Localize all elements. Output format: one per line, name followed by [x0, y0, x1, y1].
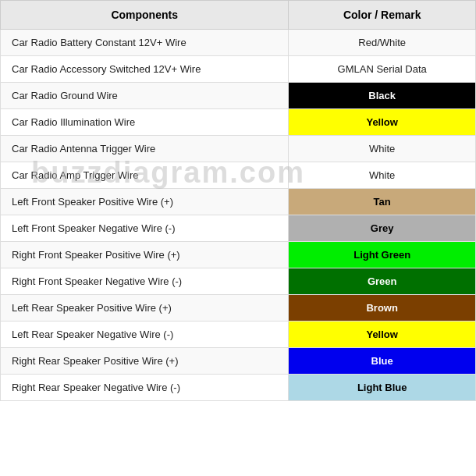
table-row: Right Rear Speaker Positive Wire (+)Blue [1, 348, 476, 375]
color-cell: Black [289, 83, 476, 109]
table-row: Car Radio Illumination WireYellow [1, 109, 476, 136]
component-cell: Left Front Speaker Negative Wire (-) [1, 215, 289, 242]
table-row: Car Radio Amp Trigger WireWhite [1, 162, 476, 189]
table-body: Car Radio Battery Constant 12V+ WireRed/… [1, 30, 476, 401]
table-row: Left Front Speaker Positive Wire (+)Tan [1, 189, 476, 215]
component-cell: Car Radio Amp Trigger Wire [1, 162, 289, 189]
color-cell: Yellow [289, 321, 476, 348]
component-cell: Right Rear Speaker Negative Wire (-) [1, 375, 289, 401]
color-cell: Yellow [289, 109, 476, 136]
color-cell: Tan [289, 189, 476, 215]
component-cell: Car Radio Accessory Switched 12V+ Wire [1, 56, 289, 83]
table-header-row: Components Color / Remark [1, 1, 476, 30]
table-row: Car Radio Battery Constant 12V+ WireRed/… [1, 30, 476, 56]
table-row: Car Radio Antenna Trigger WireWhite [1, 136, 476, 162]
table-row: Right Front Speaker Negative Wire (-)Gre… [1, 268, 476, 295]
color-cell: Light Blue [289, 375, 476, 401]
component-cell: Car Radio Ground Wire [1, 83, 289, 109]
color-cell: Light Green [289, 242, 476, 268]
table-row: Left Front Speaker Negative Wire (-)Grey [1, 215, 476, 242]
component-cell: Left Rear Speaker Positive Wire (+) [1, 295, 289, 321]
table-row: Car Radio Ground WireBlack [1, 83, 476, 109]
table-row: Left Rear Speaker Negative Wire (-)Yello… [1, 321, 476, 348]
component-cell: Right Front Speaker Negative Wire (-) [1, 268, 289, 295]
color-cell: Brown [289, 295, 476, 321]
component-cell: Car Radio Illumination Wire [1, 109, 289, 136]
color-cell: Red/White [289, 30, 476, 56]
page-container: buzzdiagram.com Components Color / Remar… [0, 0, 476, 401]
component-cell: Left Rear Speaker Negative Wire (-) [1, 321, 289, 348]
component-cell: Car Radio Battery Constant 12V+ Wire [1, 30, 289, 56]
table-row: Left Rear Speaker Positive Wire (+)Brown [1, 295, 476, 321]
color-cell: Blue [289, 348, 476, 375]
component-cell: Left Front Speaker Positive Wire (+) [1, 189, 289, 215]
color-cell: White [289, 136, 476, 162]
color-cell: White [289, 162, 476, 189]
table-row: Car Radio Accessory Switched 12V+ WireGM… [1, 56, 476, 83]
header-color: Color / Remark [289, 1, 476, 30]
component-cell: Right Rear Speaker Positive Wire (+) [1, 348, 289, 375]
color-cell: Green [289, 268, 476, 295]
header-components: Components [1, 1, 289, 30]
color-cell: GMLAN Serial Data [289, 56, 476, 83]
table-row: Right Front Speaker Positive Wire (+)Lig… [1, 242, 476, 268]
component-cell: Car Radio Antenna Trigger Wire [1, 136, 289, 162]
color-cell: Grey [289, 215, 476, 242]
component-cell: Right Front Speaker Positive Wire (+) [1, 242, 289, 268]
table-row: Right Rear Speaker Negative Wire (-)Ligh… [1, 375, 476, 401]
wiring-table: Components Color / Remark Car Radio Batt… [0, 0, 476, 401]
